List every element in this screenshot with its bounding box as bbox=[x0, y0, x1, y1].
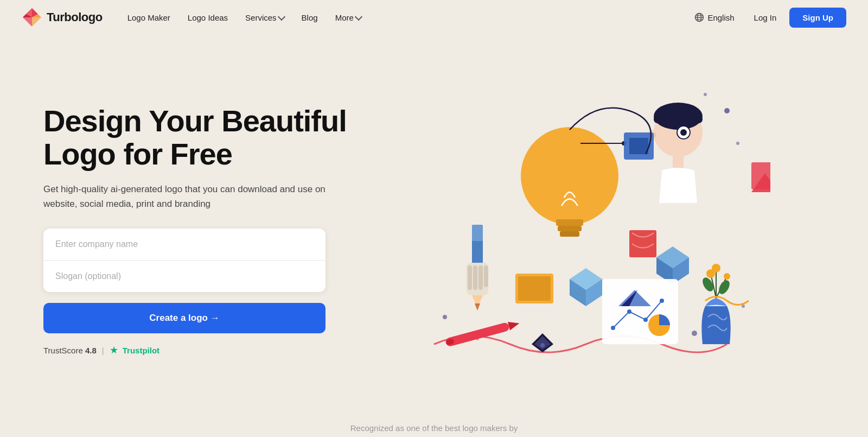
hero-title: Design Your Beautiful Logo for Free bbox=[43, 104, 380, 171]
nav-links: Logo Maker Logo Ideas Services Blog More bbox=[120, 9, 688, 27]
svg-point-15 bbox=[704, 93, 707, 96]
language-selector[interactable]: English bbox=[688, 8, 741, 27]
svg-point-74 bbox=[724, 273, 730, 280]
svg-rect-34 bbox=[484, 265, 488, 287]
brand-name: Turbologo bbox=[47, 10, 103, 24]
svg-marker-29 bbox=[475, 303, 480, 311]
svg-point-16 bbox=[736, 142, 739, 145]
language-label: English bbox=[707, 13, 734, 22]
slogan-input[interactable] bbox=[43, 261, 326, 292]
svg-point-68 bbox=[540, 343, 545, 347]
trustpilot-star-icon: ★ bbox=[110, 344, 118, 356]
svg-point-73 bbox=[712, 264, 720, 273]
services-chevron-icon bbox=[278, 12, 285, 20]
nav-logo-maker[interactable]: Logo Maker bbox=[120, 9, 178, 27]
company-name-input[interactable] bbox=[43, 229, 326, 261]
svg-rect-24 bbox=[558, 226, 582, 231]
trust-section: TrustScore 4.8 | ★ Trustpilot bbox=[43, 344, 380, 356]
trust-divider: | bbox=[102, 346, 104, 355]
hero-illustration bbox=[391, 67, 846, 393]
nav-blog[interactable]: Blog bbox=[294, 9, 326, 27]
hero-subtitle: Get high-quality ai-generated logo that … bbox=[43, 182, 326, 211]
svg-rect-25 bbox=[560, 231, 579, 237]
signup-button[interactable]: Sign Up bbox=[789, 8, 846, 28]
illustration-svg bbox=[391, 67, 770, 371]
svg-point-22 bbox=[521, 127, 618, 225]
login-button[interactable]: Log In bbox=[745, 9, 786, 27]
svg-rect-62 bbox=[518, 276, 551, 301]
svg-rect-37 bbox=[654, 115, 703, 123]
svg-rect-63 bbox=[445, 322, 510, 347]
hero-content: Design Your Beautiful Logo for Free Get … bbox=[43, 104, 380, 357]
svg-rect-27 bbox=[472, 225, 483, 241]
more-chevron-icon bbox=[355, 12, 362, 20]
svg-rect-53 bbox=[602, 279, 678, 344]
globe-icon bbox=[694, 12, 704, 22]
svg-marker-3 bbox=[32, 17, 41, 27]
navbar: Turbologo Logo Maker Logo Ideas Services… bbox=[0, 0, 868, 35]
svg-marker-64 bbox=[508, 319, 520, 331]
nav-logo-ideas[interactable]: Logo Ideas bbox=[180, 9, 235, 27]
create-logo-button[interactable]: Create a logo → bbox=[43, 303, 326, 333]
svg-rect-78 bbox=[751, 162, 770, 189]
svg-point-14 bbox=[724, 108, 730, 113]
svg-rect-23 bbox=[556, 219, 583, 226]
nav-services[interactable]: Services bbox=[238, 9, 292, 27]
brand-logo[interactable]: Turbologo bbox=[22, 7, 103, 28]
svg-marker-4 bbox=[23, 17, 32, 27]
svg-point-41 bbox=[680, 129, 687, 136]
nav-right: English Log In Sign Up bbox=[688, 8, 846, 28]
nav-more[interactable]: More bbox=[328, 9, 369, 27]
svg-rect-33 bbox=[478, 265, 483, 290]
logo-creation-form bbox=[43, 229, 326, 292]
trust-score-label: TrustScore 4.8 bbox=[43, 346, 97, 355]
svg-rect-45 bbox=[629, 138, 648, 154]
recognized-section: Recognized as one of the best logo maker… bbox=[0, 415, 868, 437]
hero-section: Design Your Beautiful Logo for Free Get … bbox=[0, 35, 868, 415]
svg-point-20 bbox=[692, 331, 697, 336]
trustpilot-label: Trustpilot bbox=[123, 346, 159, 355]
svg-rect-31 bbox=[468, 265, 472, 290]
svg-point-18 bbox=[443, 315, 447, 319]
svg-rect-32 bbox=[473, 265, 477, 290]
